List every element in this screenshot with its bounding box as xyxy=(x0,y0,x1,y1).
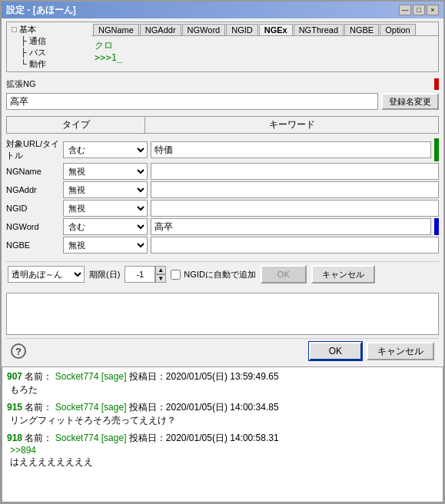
post-907-body: もろた xyxy=(7,383,438,396)
post-907-sage: [sage] xyxy=(101,371,127,382)
tabs-section: NGName NGAddr NGWord NGID NGEx NGThread … xyxy=(91,22,438,71)
row-ngid-type-select[interactable]: 無視 xyxy=(63,200,148,217)
tab-ngaddr[interactable]: NGAddr xyxy=(140,24,181,35)
period-up-button[interactable]: ▲ xyxy=(155,266,166,274)
chat-post-907: 907 名前： Socket774 [sage] 投稿日：2020/01/05(… xyxy=(7,370,438,396)
ngex-green-line1: クロ xyxy=(95,39,435,52)
sub-panel xyxy=(6,293,439,335)
tab-ngid[interactable]: NGID xyxy=(226,24,258,35)
ngid-auto-add-checkbox[interactable] xyxy=(171,270,181,280)
ok-dialog-button[interactable]: OK xyxy=(309,342,362,360)
row-ngbe-type-select[interactable]: 無視 xyxy=(63,237,148,254)
row-ngword-label: NGWord xyxy=(6,222,60,231)
post-915-sage: [sage] xyxy=(101,402,127,413)
post-918-date: 投稿日：2020/01/05(日) 14:00:58.31 xyxy=(129,433,279,443)
upper-section: □ 基本 ├ 通信 ├ パス └ 動作 NGName NGAddr NGWord… xyxy=(2,18,443,366)
period-spinner: ▲ ▼ xyxy=(155,266,166,283)
row-ngaddr-keyword-input[interactable] xyxy=(151,181,439,198)
col-header-keyword: キーワード xyxy=(145,117,438,133)
post-907-name: Socket774 xyxy=(55,371,99,382)
minimize-button[interactable]: — xyxy=(399,5,411,15)
row-ngbe-keyword-input[interactable] xyxy=(151,237,439,254)
main-window: 設定 - [あほーん] — □ × □ 基本 ├ 通信 ├ パス └ 動作 xyxy=(0,0,445,504)
post-907-header: 907 名前： Socket774 [sage] 投稿日：2020/01/05(… xyxy=(7,370,438,383)
row-url-label: 対象URL/タイトル xyxy=(6,138,60,161)
row-ngname-type-select[interactable]: 無視 xyxy=(63,163,148,180)
row-url: 対象URL/タイトル 含む xyxy=(6,138,439,161)
tab-row: NGName NGAddr NGWord NGID NGEx NGThread … xyxy=(91,22,438,35)
period-group: ▲ ▼ xyxy=(125,266,166,283)
post-915-header: 915 名前： Socket774 [sage] 投稿日：2020/01/05(… xyxy=(7,401,438,414)
name-change-button[interactable]: 登録名変更 xyxy=(381,93,439,110)
window-title: 設定 - [あほーん] xyxy=(6,4,76,17)
tab-ngword[interactable]: NGWord xyxy=(182,24,226,35)
top-panel: □ 基本 ├ 通信 ├ パス └ 動作 NGName NGAddr NGWord… xyxy=(6,22,439,72)
chat-post-915: 915 名前： Socket774 [sage] 投稿日：2020/01/05(… xyxy=(7,401,438,427)
period-label: 期限(日) xyxy=(89,269,120,280)
row-ngname: NGName 無視 xyxy=(6,163,439,180)
name-row: 登録名変更 xyxy=(6,93,439,110)
cancel-action-button[interactable]: キャンセル xyxy=(311,265,375,284)
ngid-auto-add-text: NGIDに自動で追加 xyxy=(184,269,256,280)
row-ngname-keyword-input[interactable] xyxy=(151,163,439,180)
post-915-number[interactable]: 915 xyxy=(7,402,22,413)
data-rows: 対象URL/タイトル 含む NGName 無視 xyxy=(6,138,439,254)
row-ngword-keyword-input[interactable] xyxy=(151,218,431,235)
tab-body: クロ >>>1_ xyxy=(91,35,438,66)
tab-ngex[interactable]: NGEx xyxy=(259,24,293,35)
chat-area: 907 名前： Socket774 [sage] 投稿日：2020/01/05(… xyxy=(2,366,443,502)
row-ngaddr: NGAddr 無視 xyxy=(6,181,439,198)
ok-gray-button[interactable]: OK xyxy=(261,265,307,284)
row-ngid-keyword-input[interactable] xyxy=(151,200,439,217)
row-ngbe-label: NGBE xyxy=(6,240,60,250)
tab-option[interactable]: Option xyxy=(380,24,415,35)
basic-label: □ 基本 xyxy=(12,24,87,35)
row-ngbe: NGBE 無視 xyxy=(6,237,439,254)
tab-ngbe[interactable]: NGBE xyxy=(344,24,379,35)
post-907-number[interactable]: 907 xyxy=(7,371,22,382)
tree-path[interactable]: ├ パス xyxy=(21,47,87,58)
abon-type-select[interactable]: 透明あぼ～ん xyxy=(8,266,85,283)
name-input[interactable] xyxy=(6,93,378,110)
period-down-button[interactable]: ▼ xyxy=(155,274,166,283)
col-header-type: タイプ xyxy=(7,117,145,133)
row-ngword: NGWord 含む xyxy=(6,218,439,235)
red-indicator xyxy=(434,78,439,90)
chat-post-918: 918 名前： Socket774 [sage] 投稿日：2020/01/05(… xyxy=(7,432,438,469)
tree-section: □ 基本 ├ 通信 ├ パス └ 動作 xyxy=(7,22,91,71)
post-918-quote[interactable]: >>894 xyxy=(10,445,36,456)
ngex-green-line2: >>>1_ xyxy=(95,52,435,63)
green-side-bar xyxy=(434,138,439,161)
row-ngaddr-label: NGAddr xyxy=(6,185,60,194)
dialog-buttons: ? OK キャンセル xyxy=(6,338,439,363)
row-ngword-type-select[interactable]: 含む xyxy=(63,218,148,235)
close-button[interactable]: × xyxy=(427,5,439,15)
period-input[interactable] xyxy=(125,266,155,283)
post-915-date: 投稿日：2020/01/05(日) 14:00:34.85 xyxy=(129,402,279,413)
post-915-body: リングフィットそろそろ売ってええけ？ xyxy=(7,414,438,427)
cancel-dialog-button[interactable]: キャンセル xyxy=(367,342,434,360)
row-ngid-label: NGID xyxy=(6,204,60,213)
tree-comm[interactable]: ├ 通信 xyxy=(21,35,87,47)
tab-ngname[interactable]: NGName xyxy=(93,24,139,35)
post-915-name: Socket774 xyxy=(55,402,99,413)
row-url-keyword-input[interactable] xyxy=(151,141,431,158)
tab-ngthread[interactable]: NGThread xyxy=(294,24,344,35)
post-918-sage: [sage] xyxy=(101,433,127,443)
row-ngaddr-type-select[interactable]: 無視 xyxy=(63,181,148,198)
post-918-header: 918 名前： Socket774 [sage] 投稿日：2020/01/05(… xyxy=(7,432,438,445)
blue-side-bar xyxy=(434,218,439,235)
maximize-button[interactable]: □ xyxy=(413,5,425,15)
tree-action[interactable]: └ 動作 xyxy=(21,58,87,70)
action-row: 透明あぼ～ん 期限(日) ▲ ▼ NGIDに自動で追加 OK キャンセル xyxy=(6,261,439,287)
post-907-date: 投稿日：2020/01/05(日) 13:59:49.65 xyxy=(129,371,279,382)
table-header: タイプ キーワード xyxy=(6,116,439,134)
post-918-number[interactable]: 918 xyxy=(7,433,22,443)
dialog-content: □ 基本 ├ 通信 ├ パス └ 動作 NGName NGAddr NGWord… xyxy=(2,18,443,502)
post-918-body: >>894 はええええええええ xyxy=(7,445,438,469)
window-controls: — □ × xyxy=(399,5,439,15)
extended-ng-row: 拡張NG xyxy=(6,78,439,90)
help-button[interactable]: ? xyxy=(11,343,26,359)
row-url-type-select[interactable]: 含む xyxy=(63,141,148,158)
extended-ng-label: 拡張NG xyxy=(6,78,36,90)
